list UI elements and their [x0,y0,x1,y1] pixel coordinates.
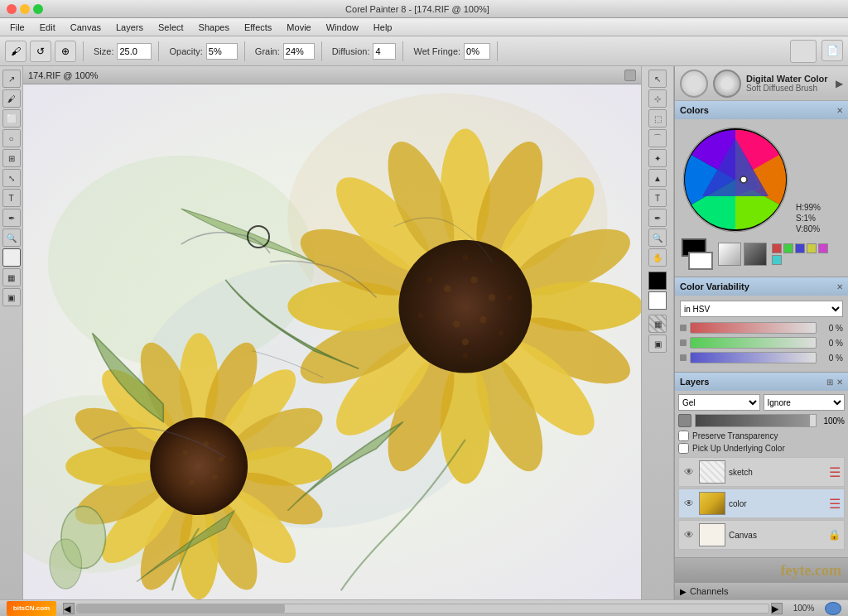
diffusion-input[interactable] [373,43,396,60]
menu-movie[interactable]: Movie [280,21,317,34]
colors-close-icon[interactable]: ✕ [836,106,843,115]
lasso-r[interactable]: ⌒ [648,129,667,147]
bg-swatch[interactable] [688,252,713,270]
maximize-button[interactable] [33,4,43,14]
menu-select[interactable]: Select [152,21,190,34]
color-variability-header[interactable]: Color Variability ✕ [675,277,848,296]
pointer-tool-r[interactable]: ↖ [648,70,667,88]
palette-green[interactable] [783,243,793,253]
eyedropper-tool[interactable]: ✒ [2,209,21,227]
palette-magenta[interactable] [818,243,828,253]
canvas-area[interactable] [23,84,641,599]
layer-eye-sketch[interactable]: 👁 [682,465,696,479]
color-tool-fg[interactable] [2,248,21,267]
gradient-tool[interactable]: ▣ [2,288,21,306]
layers-section: Layers ⊞ ✕ Gel Ignore [675,373,848,558]
grad-r[interactable]: ▣ [648,334,667,353]
channels-arrow[interactable]: ▶ [680,587,687,596]
scroll-left-icon[interactable]: ◀ [63,603,75,614]
canvas-close-icon[interactable] [624,70,636,81]
channels-bar[interactable]: ▶ Channels [675,583,848,599]
color-variability-section: Color Variability ✕ in HSV in RGB in HLS… [675,277,848,373]
cv-slider-2[interactable] [690,337,817,349]
rotate-tool[interactable]: ↺ [30,41,51,62]
eraser-tool[interactable]: ⬜ [2,109,21,128]
lasso-tool[interactable]: ○ [2,129,21,147]
palette-red[interactable] [772,243,782,253]
palette-cyan[interactable] [772,255,782,265]
menu-canvas[interactable]: Canvas [64,21,108,34]
wet-fringe-input[interactable] [464,43,490,60]
square-color-tool[interactable] [790,40,817,63]
opacity-input[interactable] [206,43,238,60]
transform-tool-r[interactable]: ⊹ [648,89,667,108]
menu-effects[interactable]: Effects [238,21,278,34]
brush-arrow[interactable]: ▶ [836,78,843,89]
menu-help[interactable]: Help [367,21,399,34]
menu-edit[interactable]: Edit [33,21,62,34]
paint-tool[interactable]: 🖌 [2,89,21,108]
cv-dot-3 [680,354,687,361]
layers-expand-icon[interactable]: ⊞ [826,378,833,387]
opacity-icon[interactable] [678,414,691,427]
color-swatches [682,238,841,270]
palette-blue[interactable] [795,243,805,253]
scroll-right-icon[interactable]: ▶ [771,603,783,614]
color-wheel-wrapper[interactable] [682,126,789,233]
eyedrop-r[interactable]: ✒ [648,209,667,227]
layers-close-icon[interactable]: ✕ [836,378,843,387]
close-button[interactable] [7,4,17,14]
colors-header[interactable]: Colors ✕ [675,101,848,119]
layer-sketch[interactable]: 👁 sketch ☰ [678,457,845,487]
menu-window[interactable]: Window [320,21,365,34]
zoom-r[interactable]: 🔍 [648,229,667,247]
menu-file[interactable]: File [3,21,31,34]
magic-wand-r[interactable]: ✦ [648,149,667,167]
brush-tool[interactable]: 🖌 [5,41,26,62]
color-variability-mode-select[interactable]: in HSV in RGB in HLS [680,301,843,317]
layers-header[interactable]: Layers ⊞ ✕ [675,373,848,391]
text-r[interactable]: T [648,189,667,207]
minimize-button[interactable] [20,4,30,14]
select-tool-left[interactable]: ↗ [2,70,21,88]
palette-yellow[interactable] [807,243,817,253]
paint-r[interactable]: ▲ [648,169,667,187]
gradient-swatch[interactable] [744,243,767,266]
paper-r[interactable]: ▦ [648,315,667,333]
crop-tool[interactable]: ⊞ [2,149,21,167]
hand-r[interactable]: ✋ [648,248,667,267]
layer-canvas[interactable]: 👁 Canvas 🔒 [678,520,845,550]
blend-mode-select[interactable]: Gel [678,394,760,411]
brush-preview[interactable] [680,70,708,98]
cv-slider-3[interactable] [690,352,817,363]
cv-slider-1[interactable] [690,322,817,334]
menu-shapes[interactable]: Shapes [192,21,236,34]
size-input[interactable] [117,43,152,60]
preserve-transparency-checkbox[interactable] [678,431,689,441]
color-fg[interactable] [648,272,667,290]
h-scrollbar[interactable] [76,604,769,614]
layer-eye-canvas[interactable]: 👁 [682,528,696,541]
layer-icon-sketch: ☰ [829,464,841,480]
swatch-pair-main[interactable] [682,238,713,270]
window-controls[interactable] [7,4,43,14]
transform-tool[interactable]: ⤡ [2,169,21,187]
text-tool[interactable]: T [2,189,21,207]
composite-select[interactable]: Ignore [764,394,846,411]
color-bg[interactable] [648,291,667,310]
layer-eye-color[interactable]: 👁 [682,497,696,510]
zoom-pan-tool[interactable]: 🔍 [2,229,21,247]
paper-tool[interactable]: 📄 [822,40,843,61]
rect-select-r[interactable]: ⬚ [648,109,667,128]
zoom-tool[interactable]: ⊕ [55,41,76,62]
pattern-swatch[interactable] [718,243,741,266]
menu-layers[interactable]: Layers [109,21,150,34]
grain-input[interactable] [283,43,315,60]
menu-bar: File Edit Canvas Layers Select Shapes Ef… [0,18,848,36]
layer-color[interactable]: 👁 color ☰ [678,488,845,518]
pick-up-checkbox[interactable] [678,443,689,454]
brush-preview-2[interactable] [713,70,741,98]
paper-tool-left[interactable]: ▦ [2,268,21,286]
opacity-slider[interactable] [695,414,817,427]
color-variability-close-icon[interactable]: ✕ [836,282,843,291]
